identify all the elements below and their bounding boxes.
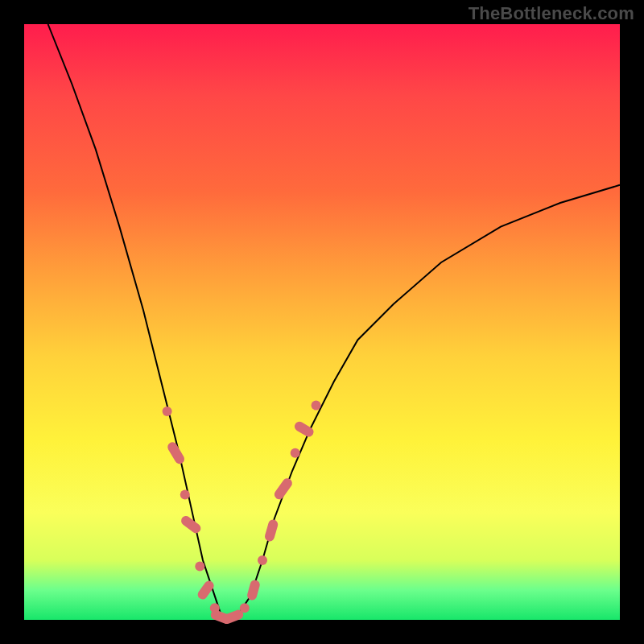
watermark-label: TheBottleneck.com: [469, 3, 634, 24]
bottleneck-curve: [48, 24, 620, 620]
plot-area: [24, 24, 620, 620]
marker-pill: [293, 420, 316, 439]
marker-dot: [163, 407, 172, 416]
plot-svg: [24, 24, 620, 620]
chart-frame: TheBottleneck.com: [0, 0, 644, 644]
marker-pill: [273, 477, 295, 502]
marker-dot: [180, 490, 190, 500]
marker-pill: [246, 579, 261, 601]
marker-dot: [258, 555, 267, 565]
marker-dot: [195, 561, 204, 571]
marker-pill: [180, 514, 203, 535]
marker-dot: [240, 603, 250, 613]
marker-dot: [312, 401, 321, 411]
marker-pill: [264, 518, 279, 543]
marker-dot: [291, 448, 300, 458]
marker-pill: [166, 440, 186, 465]
marker-group: [163, 401, 321, 625]
